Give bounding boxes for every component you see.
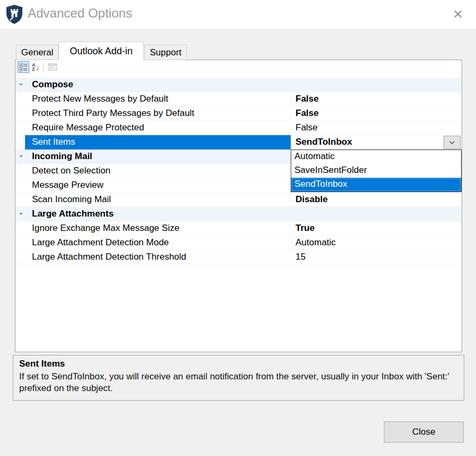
category-label: Incoming Mail <box>32 151 92 162</box>
alphabetical-sort-icon[interactable]: A Z ↓ <box>30 61 42 73</box>
property-name[interactable]: Protect Third Party Messages by Default <box>15 106 291 121</box>
tab-outlook-add-in-label: Outlook Add-in <box>70 46 133 57</box>
dropdown-option-sendtoinbox[interactable]: SendToInbox <box>291 178 461 192</box>
chevron-down-icon[interactable]: ⌄ <box>18 151 24 159</box>
shield-icon <box>5 4 23 24</box>
property-grid-toolbar: A Z ↓ <box>15 60 462 74</box>
property-value-text: Disable <box>296 194 327 204</box>
property-value[interactable]: False <box>291 121 462 135</box>
property-row-large-attachment-detection-threshold[interactable]: Large Attachment Detection Threshold15 <box>15 250 462 264</box>
property-name[interactable]: Sent Items <box>25 135 291 150</box>
property-row-protect-third-party-messages-by-default[interactable]: Protect Third Party Messages by DefaultF… <box>15 106 462 121</box>
dropdown-popup: AutomaticSaveInSentFolderSendToInbox <box>291 150 462 192</box>
category-row-large-attachments[interactable]: ⌄Large Attachments <box>15 207 462 221</box>
tab-general[interactable]: General <box>16 45 59 60</box>
description-panel: Sent Items If set to SendToInbox, you wi… <box>13 355 464 401</box>
property-value[interactable]: Automatic <box>291 236 462 250</box>
property-value-text: True <box>296 223 315 233</box>
property-value[interactable]: True <box>291 221 462 236</box>
property-name[interactable]: Detect on Selection <box>15 164 291 178</box>
property-value-text: False <box>296 108 318 118</box>
chevron-down-icon[interactable]: ⌄ <box>18 208 24 216</box>
dropdown-option-saveinsentfolder[interactable]: SaveInSentFolder <box>291 164 461 178</box>
property-value[interactable]: Disable <box>291 193 462 207</box>
property-name[interactable]: Ignore Exchange Max Message Size <box>15 221 291 236</box>
property-value[interactable]: False <box>291 92 462 106</box>
az-letter-z: Z <box>32 67 36 71</box>
chevron-down-icon <box>449 140 455 145</box>
property-value[interactable]: SendToInbox <box>291 135 462 150</box>
property-row-sent-items[interactable]: Sent ItemsSendToInbox <box>15 135 462 150</box>
property-value-text: False <box>296 94 318 104</box>
close-icon[interactable]: ✕ <box>447 4 469 24</box>
property-value-text: Automatic <box>296 237 336 247</box>
categorized-icon[interactable] <box>18 61 29 73</box>
category-row-compose[interactable]: ⌄Compose <box>15 78 462 92</box>
titlebar: Advanced Options ✕ <box>0 0 476 29</box>
property-name[interactable]: Require Message Protected <box>15 121 291 135</box>
property-name[interactable]: Protect New Messages by Default <box>15 92 291 106</box>
tab-outlook-add-in[interactable]: Outlook Add-in <box>59 42 144 60</box>
tab-general-label: General <box>21 47 53 58</box>
toolbar-separator <box>43 62 44 72</box>
property-name[interactable]: Scan Incoming Mail <box>15 193 291 207</box>
property-value-text: False <box>296 122 318 132</box>
property-value[interactable]: False <box>291 106 462 121</box>
property-pages-icon <box>46 61 58 73</box>
combo-dropdown-button[interactable] <box>444 136 461 149</box>
property-row-protect-new-messages-by-default[interactable]: Protect New Messages by DefaultFalse <box>15 92 462 106</box>
property-name[interactable]: Large Attachment Detection Mode <box>15 236 291 250</box>
dropdown-option-automatic[interactable]: Automatic <box>291 150 461 164</box>
category-label: Compose <box>32 79 73 90</box>
description-text: If set to SendToInbox, you will receive … <box>19 371 458 395</box>
description-title: Sent Items <box>19 359 458 369</box>
tab-support[interactable]: Support <box>144 45 187 60</box>
window-title: Advanced Options <box>28 6 132 21</box>
property-row-large-attachment-detection-mode[interactable]: Large Attachment Detection ModeAutomatic <box>15 236 462 250</box>
category-label: Large Attachments <box>32 209 113 219</box>
property-name[interactable]: Large Attachment Detection Threshold <box>15 250 291 264</box>
advanced-options-dialog: Advanced Options ✕ General Outlook Add-i… <box>0 0 476 456</box>
property-value-text: SendToInbox <box>296 137 352 147</box>
close-button-label: Close <box>412 427 435 437</box>
property-row-scan-incoming-mail[interactable]: Scan Incoming MailDisable <box>15 193 462 207</box>
property-row-require-message-protected[interactable]: Require Message ProtectedFalse <box>15 121 462 135</box>
property-value[interactable]: 15 <box>291 250 462 264</box>
property-name[interactable]: Message Preview <box>15 178 291 193</box>
chevron-down-icon[interactable]: ⌄ <box>18 79 24 87</box>
az-arrow: ↓ <box>36 63 40 71</box>
tab-support-label: Support <box>150 47 182 58</box>
close-button[interactable]: Close <box>384 421 464 443</box>
property-row-ignore-exchange-max-message-size[interactable]: Ignore Exchange Max Message SizeTrue <box>15 221 462 236</box>
property-grid: A Z ↓ ⌄ComposeProtect New Messages by De… <box>15 60 462 352</box>
property-value-text: 15 <box>296 252 306 262</box>
